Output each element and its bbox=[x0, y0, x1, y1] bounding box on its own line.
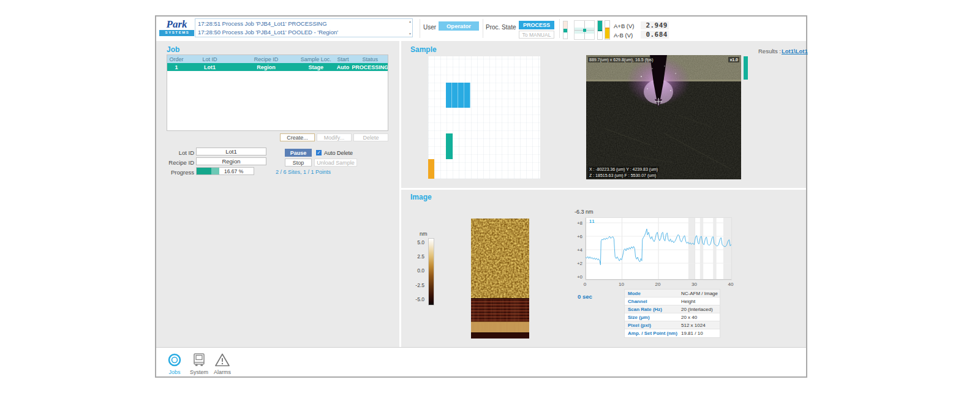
profile-height-readout: -6.3 nm bbox=[575, 209, 594, 215]
log-entry: 17:28:50 Process Job 'PJB4_Lot1' POOLED … bbox=[195, 28, 412, 36]
a-minus-b-value: 0.684 bbox=[641, 31, 669, 39]
header-divider bbox=[559, 19, 560, 38]
job-table-header: OrderLot IDRecipe IDSample Loc.StartStat… bbox=[167, 55, 388, 63]
height-colorbar bbox=[428, 238, 434, 305]
table-cell: PROCESSING bbox=[352, 63, 388, 71]
profile-x-tick: 20 bbox=[655, 282, 661, 287]
sample-panel-title: Sample bbox=[410, 45, 437, 54]
colorbar-tick-label: 5.0 bbox=[406, 239, 424, 245]
create-button[interactable]: Create... bbox=[280, 133, 315, 141]
colorbar-tick-label: 0.0 bbox=[406, 267, 424, 274]
unload-sample-button[interactable]: Unload Sample bbox=[314, 159, 357, 166]
delete-button[interactable]: Delete bbox=[353, 133, 388, 141]
auto-delete-checkbox[interactable]: ✓ bbox=[316, 150, 322, 155]
profile-x-tick: 40 bbox=[728, 282, 734, 287]
profile-y-tick: +0 bbox=[567, 274, 582, 280]
level-bar-teal bbox=[597, 20, 603, 40]
site-bar-origin[interactable] bbox=[428, 159, 434, 179]
param-label: Amp. / Set Point (nm) bbox=[625, 329, 681, 337]
nav-item-system[interactable]: System bbox=[187, 352, 211, 375]
pause-button[interactable]: Pause bbox=[285, 149, 312, 157]
nav-item-alarms[interactable]: Alarms bbox=[210, 352, 235, 375]
param-row: Size (μm)20 x 40 bbox=[625, 313, 720, 321]
alarms-icon bbox=[210, 352, 235, 368]
param-value: 20 (Interlaced) bbox=[681, 305, 720, 313]
scan-time-label: 0 sec bbox=[578, 293, 592, 300]
screen: Park SYSTEMS 17:28:51 Process Job 'PJB4_… bbox=[0, 0, 980, 404]
mini-bar-segment-top bbox=[564, 21, 567, 29]
image-panel-title: Image bbox=[410, 193, 432, 201]
header-divider bbox=[420, 19, 420, 38]
log-scroll-up-icon[interactable]: ▲ bbox=[409, 20, 412, 23]
colorbar-unit-label: nm bbox=[420, 231, 428, 237]
camera-image bbox=[586, 55, 741, 179]
profile-y-tick: +6 bbox=[567, 234, 582, 239]
table-cell: Lot1 bbox=[186, 63, 235, 71]
profile-x-tick: 0 bbox=[584, 282, 586, 287]
nav-item-jobs[interactable]: Jobs bbox=[162, 352, 187, 375]
site-block-processing[interactable] bbox=[446, 83, 470, 108]
colorbar-tick-label: -5.0 bbox=[406, 296, 424, 302]
log-scroll-down-icon[interactable]: ▼ bbox=[409, 32, 412, 36]
panel-divider-horizontal bbox=[401, 188, 806, 190]
table-cell: Recipe ID bbox=[234, 55, 298, 63]
param-label: Channel bbox=[625, 297, 681, 305]
scan-parameters-table: ModeNC-AFM / ImageChannelHeightScan Rate… bbox=[624, 289, 720, 338]
stop-button[interactable]: Stop bbox=[285, 159, 312, 166]
process-state-button[interactable]: PROCESS bbox=[519, 21, 554, 29]
site-bar-done[interactable] bbox=[446, 133, 453, 159]
param-label: Mode bbox=[625, 290, 681, 297]
table-cell: Start bbox=[333, 55, 352, 63]
progress-label: Progress bbox=[162, 169, 194, 176]
progress-bar: 16.67 % bbox=[196, 167, 254, 175]
optical-camera-view[interactable]: 889.7(um) x 629.8(um), 16.5 (fps) x1.0 X… bbox=[586, 55, 741, 179]
modify-button[interactable]: Modify... bbox=[317, 133, 352, 141]
stage-position-indicator bbox=[574, 20, 595, 40]
table-cell: Region bbox=[234, 63, 298, 71]
lot-id-field[interactable]: Lot1 bbox=[196, 148, 266, 155]
param-value: Height bbox=[681, 297, 720, 305]
results-label: Results : bbox=[758, 48, 781, 54]
a-minus-b-label: A-B (V) bbox=[614, 32, 639, 39]
level-bar-teal-fill bbox=[598, 21, 602, 31]
lot-id-label: Lot ID bbox=[162, 149, 194, 156]
position-dot bbox=[583, 29, 586, 32]
user-label: User bbox=[423, 24, 436, 31]
results-link[interactable]: Lot1\Lot1 bbox=[782, 48, 808, 54]
afm-topography-image[interactable] bbox=[471, 219, 529, 339]
param-value: NC-AFM / Image bbox=[681, 290, 720, 297]
event-log-list[interactable]: 17:28:51 Process Job 'PJB4_Lot1' PROCESS… bbox=[195, 18, 413, 37]
a-plus-b-value: 2.949 bbox=[641, 21, 669, 29]
param-value: 20 x 40 bbox=[681, 313, 720, 321]
colorbar-tick-label: -2.5 bbox=[406, 282, 424, 288]
sample-map[interactable] bbox=[428, 56, 540, 179]
level-bar-yellow-fill bbox=[605, 28, 609, 38]
level-bar-yellow bbox=[605, 20, 610, 40]
to-manual-button[interactable]: To MANUAL bbox=[519, 31, 554, 39]
logo-sub-text: SYSTEMS bbox=[159, 30, 194, 36]
profile-y-axis-labels: +0+2+4+6+8 bbox=[565, 217, 582, 280]
profile-x-tick: 30 bbox=[692, 282, 697, 287]
profile-y-tick: +2 bbox=[567, 261, 582, 266]
log-lines: 17:28:51 Process Job 'PJB4_Lot1' PROCESS… bbox=[195, 19, 412, 36]
log-entry: 17:28:51 Process Job 'PJB4_Lot1' PROCESS… bbox=[195, 19, 412, 28]
sites-points-status: 2 / 6 Sites, 1 / 1 Points bbox=[276, 169, 331, 175]
param-row: Amp. / Set Point (nm)19.81 / 10 bbox=[625, 329, 720, 337]
system-icon bbox=[187, 352, 211, 368]
recipe-id-field[interactable]: Region bbox=[196, 157, 266, 165]
param-label: Size (μm) bbox=[625, 313, 681, 321]
profile-y-tick: +4 bbox=[567, 247, 582, 253]
param-value: 512 x 1024 bbox=[681, 321, 720, 329]
job-table-row[interactable]: 1Lot1RegionStageAutoPROCESSING bbox=[167, 63, 388, 71]
user-operator-button[interactable]: Operator bbox=[439, 21, 479, 31]
job-table[interactable]: OrderLot IDRecipe IDSample Loc.StartStat… bbox=[167, 54, 388, 131]
jobs-icon bbox=[162, 352, 187, 368]
param-label: Pixel (pxl) bbox=[625, 321, 681, 329]
param-row: ModeNC-AFM / Image bbox=[625, 290, 720, 297]
recipe-id-label: Recipe ID bbox=[162, 159, 194, 166]
table-cell: 1 bbox=[167, 63, 186, 71]
panel-divider-vertical bbox=[399, 41, 401, 347]
table-cell: Status bbox=[352, 55, 388, 63]
status-mini-bar bbox=[563, 21, 568, 39]
profile-y-tick: +8 bbox=[567, 220, 582, 226]
